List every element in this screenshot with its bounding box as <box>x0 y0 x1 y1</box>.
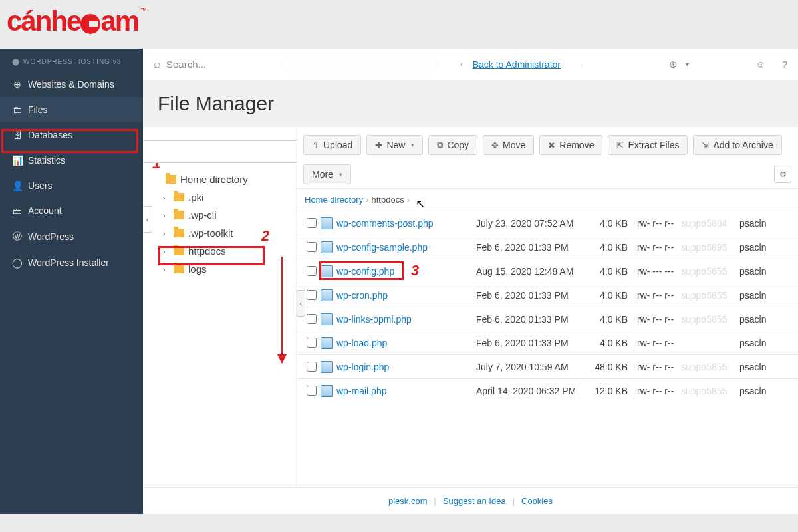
file-perm: rw- r-- r-- <box>628 242 681 253</box>
folder-icon <box>174 229 184 237</box>
row-checkbox[interactable] <box>307 266 317 276</box>
row-checkbox[interactable] <box>307 362 317 372</box>
sidebar-item-wordpress[interactable]: ⓦWordPress <box>0 223 143 250</box>
sidebar-item-account[interactable]: 🗃Account <box>0 198 143 223</box>
file-group: psacln <box>739 266 774 277</box>
file-name[interactable]: wp-mail.php <box>336 386 476 396</box>
footer-link-cookies[interactable]: Cookies <box>521 496 553 506</box>
file-name[interactable]: wp-config.php <box>336 266 476 277</box>
file-owner: suppo5855 <box>681 314 739 325</box>
file-size: 4.0 KB <box>589 290 628 301</box>
row-checkbox[interactable] <box>307 338 317 348</box>
filename-search-input[interactable] <box>143 140 296 163</box>
more-button[interactable]: More <box>303 164 351 184</box>
archive-button[interactable]: ⇲Add to Archive <box>693 135 781 155</box>
sidebar-item-websites[interactable]: ⊕Websites & Domains <box>0 72 143 97</box>
file-date: Feb 6, 2020 01:33 PM <box>476 314 589 325</box>
sidebar-item-wp-installer[interactable]: ◯WordPress Installer <box>0 250 143 275</box>
settings-button[interactable]: ⚙ <box>774 166 791 183</box>
file-owner: suppo5884 <box>681 218 739 229</box>
extract-button[interactable]: ⇱Extract Files <box>608 135 688 155</box>
table-row: wp-cron.phpFeb 6, 2020 01:33 PM4.0 KBrw-… <box>297 283 798 307</box>
new-button[interactable]: ✚New <box>366 135 423 155</box>
file-size: 4.0 KB <box>589 314 628 325</box>
remove-icon: ✖ <box>548 140 555 150</box>
file-name[interactable]: wp-config-sample.php <box>336 242 476 253</box>
file-icon <box>321 241 332 253</box>
globe-icon[interactable]: ⊕ <box>669 59 678 70</box>
table-row: wp-load.phpFeb 6, 2020 01:33 PM4.0 KBrw-… <box>297 331 798 354</box>
crumb-home[interactable]: Home directory <box>305 195 363 205</box>
table-row: wp-comments-post.phpJuly 23, 2020 07:52 … <box>297 211 798 235</box>
file-size: 12.0 KB <box>589 386 628 396</box>
sidebar-item-files[interactable]: 🗀Files <box>0 97 143 122</box>
file-group: psacln <box>739 290 774 301</box>
panel-collapse[interactable]: ‹ <box>297 290 305 317</box>
file-date: Aug 15, 2020 12:48 AM <box>476 266 589 277</box>
copy-button[interactable]: ⧉Copy <box>428 135 477 155</box>
move-button[interactable]: ✥Move <box>483 135 534 155</box>
tree-label: .wp-cli <box>188 209 217 221</box>
sidebar-title: ⬤WORDPRESS HOSTING v3 <box>0 49 143 72</box>
file-size: 4.0 KB <box>589 338 628 348</box>
chevron-left-icon: ‹ <box>460 61 462 68</box>
file-name[interactable]: wp-load.php <box>336 338 476 348</box>
file-icon <box>321 289 332 301</box>
footer: plesk.com| Suggest an Idea| Cookies <box>143 487 798 514</box>
row-checkbox[interactable] <box>307 218 317 228</box>
file-name[interactable]: wp-links-opml.php <box>336 314 476 325</box>
file-name[interactable]: wp-login.php <box>336 362 476 372</box>
tree-root[interactable]: ›Home directory <box>143 170 296 188</box>
back-link[interactable]: Back to Administrator <box>473 59 561 70</box>
file-name[interactable]: wp-comments-post.php <box>336 218 476 229</box>
folder-icon <box>174 265 184 273</box>
tree-item-wptoolkit[interactable]: ›.wp-toolkit <box>143 224 296 242</box>
row-checkbox[interactable] <box>307 314 317 324</box>
folder-icon <box>166 175 176 184</box>
folder-icon <box>174 193 184 201</box>
tree-item-pki[interactable]: ›.pki <box>143 188 296 206</box>
sidebar-item-label: Users <box>28 180 53 191</box>
row-checkbox[interactable] <box>307 386 317 396</box>
file-panel: ⇧Upload ✚New ⧉Copy ✥Move ✖Remove ⇱Extrac… <box>296 127 798 487</box>
sidebar-item-statistics[interactable]: 📊Statistics <box>0 148 143 173</box>
sidebar-item-users[interactable]: 👤Users <box>0 173 143 198</box>
crumb-current: httpdocs <box>371 195 404 205</box>
file-size: 4.0 KB <box>589 266 628 277</box>
sliders-icon: ⚙ <box>779 170 787 179</box>
file-icon <box>321 337 332 349</box>
tree-item-logs[interactable]: ›logs <box>143 260 296 278</box>
remove-button[interactable]: ✖Remove <box>539 135 602 155</box>
user-circle-icon[interactable]: ☺ <box>755 59 765 70</box>
folder-icon <box>174 247 184 255</box>
brand-logo: cánheam™ <box>0 0 798 49</box>
global-search[interactable]: ⌕Search... <box>154 57 206 71</box>
file-name[interactable]: wp-cron.php <box>336 290 476 301</box>
file-icon <box>321 313 332 325</box>
file-date: April 14, 2020 06:32 PM <box>476 386 589 396</box>
sidebar-item-label: Databases <box>28 130 72 140</box>
extract-icon: ⇱ <box>616 140 624 150</box>
move-icon: ✥ <box>491 140 499 150</box>
annotation-label-3: 3 <box>411 262 419 279</box>
help-icon[interactable]: ? <box>782 59 787 70</box>
row-checkbox[interactable] <box>307 242 317 252</box>
file-owner: suppo5895 <box>681 242 739 253</box>
tree-item-wpcli[interactable]: ›.wp-cli <box>143 206 296 224</box>
footer-link-suggest[interactable]: Suggest an Idea <box>443 496 506 506</box>
upload-button[interactable]: ⇧Upload <box>303 135 361 155</box>
sidebar-item-databases[interactable]: 🗄Databases <box>0 122 143 148</box>
sidebar-item-label: Websites & Domains <box>28 79 114 90</box>
sidebar-collapse[interactable]: ‹ <box>143 206 152 233</box>
search-placeholder: Search... <box>166 59 206 70</box>
footer-link-plesk[interactable]: plesk.com <box>388 496 428 506</box>
file-owner: suppo5655 <box>681 266 739 277</box>
tree-item-httpdocs[interactable]: ›httpdocs <box>143 242 296 260</box>
toolbar: ⇧Upload ✚New ⧉Copy ✥Move ✖Remove ⇱Extrac… <box>297 127 798 189</box>
file-group: psacln <box>739 314 774 325</box>
row-checkbox[interactable] <box>307 290 317 300</box>
filename-search[interactable] <box>143 140 296 163</box>
cursor-icon: ↖ <box>416 197 426 211</box>
wordpress-icon: ⓦ <box>12 231 23 243</box>
file-perm: rw- r-- r-- <box>628 218 681 229</box>
